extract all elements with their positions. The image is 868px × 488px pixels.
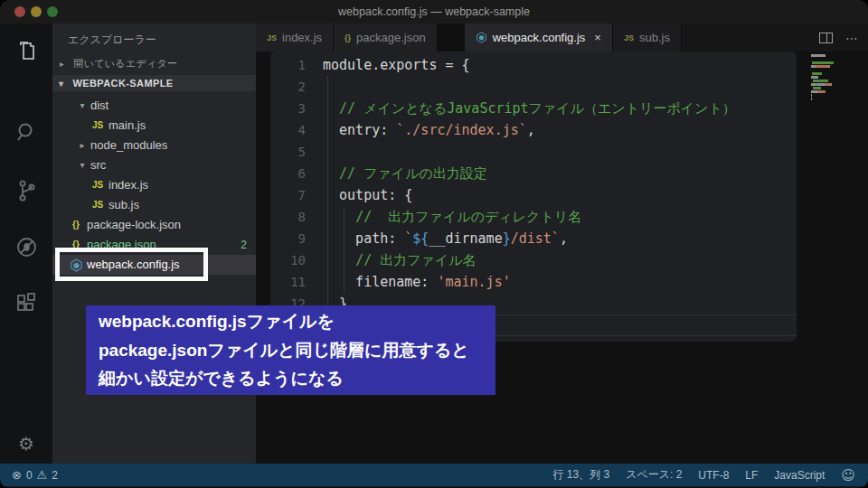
encoding-status[interactable]: UTF-8 [698,469,729,482]
js-file-icon: JS [267,33,277,42]
line-number: 10 [270,249,306,271]
code-line: 4 entry: `./src/index.js`, [270,119,797,141]
tree-item-node-modules[interactable]: ▸ node_modules [52,136,256,155]
chevron-right-icon: ▸ [60,59,71,69]
code-line: 7 output: { [270,184,797,206]
js-file-icon: JS [89,116,107,136]
code-editor[interactable]: 1module.exports = {23 // メインとなるJavaScrip… [270,52,797,342]
minimap[interactable] [811,54,851,101]
js-file-icon: JS [89,175,107,195]
code-line: 8 // 出力ファイルのディレクトリ名 [270,206,797,228]
cursor-position-status[interactable]: 行 13、列 3 [552,467,609,483]
tree-item-webpack-config-js[interactable]: webpack.config.js [52,255,256,275]
error-icon: ⊗ [12,468,22,482]
code-line: 3 // メインとなるJavaScriptファイル（エントリーポイント） [270,98,797,119]
webpack-file-icon [67,258,85,272]
feedback-smiley-icon[interactable]: ☺ [841,467,855,483]
source-control-icon[interactable] [13,177,40,204]
json-file-icon: {} [67,215,85,235]
file-tree: ▾ dist JS main.js ▸ node_modules ▾ src J… [52,96,256,275]
code-line: 6 // ファイルの出力設定 [270,163,797,184]
line-number: 3 [270,98,306,119]
search-icon[interactable] [13,118,40,145]
tutorial-callout: webpack.config.jsファイルを package.jsonファイルと… [86,305,495,395]
tree-item-sub-js[interactable]: JS sub.js [52,195,256,215]
title-bar: webpack.config.js — webpack-sample [0,0,868,23]
more-actions-icon[interactable]: ⋯ [845,31,859,45]
code-lines: 1module.exports = {23 // メインとなるJavaScrip… [270,52,797,342]
workspace-root-header[interactable]: ▾ WEBPACK-SAMPLE [52,75,256,91]
line-number: 7 [270,184,306,206]
screenshot: webpack.config.js — webpack-sample [0,0,868,488]
line-number: 11 [270,271,306,293]
activity-bar: ⚙ [0,23,52,465]
code-line: 5 [270,141,797,163]
tab-package-json[interactable]: {} package.json [334,23,438,52]
line-number: 2 [270,76,306,98]
tab-sub-js[interactable]: JS sub.js [613,23,682,52]
tree-item-package-lock-json[interactable]: {} package-lock.json [52,215,256,235]
warning-icon: ⚠ [37,468,48,482]
tree-item-dist[interactable]: ▾ dist [52,96,256,116]
line-number: 1 [270,54,306,76]
problems-status[interactable]: ⊗ 0 ⚠ 2 [12,468,58,482]
git-changes-badge: 2 [241,235,247,255]
chevron-down-icon: ▾ [76,155,89,175]
line-number: 4 [270,119,306,141]
language-mode-status[interactable]: JavaScript [774,469,825,482]
settings-gear-icon[interactable]: ⚙ [13,430,40,457]
line-number: 9 [270,228,306,249]
explorer-icon[interactable] [13,38,40,65]
js-file-icon: JS [89,195,107,215]
code-line: 2 [270,76,797,98]
json-file-icon: {} [344,33,351,42]
vscode-window: webpack.config.js — webpack-sample [0,0,868,488]
explorer-sidebar: エクスプローラー ▸ 開いているエディター ▾ WEBPACK-SAMPLE ▾… [52,23,256,465]
window-title: webpack.config.js — webpack-sample [0,0,868,23]
line-number: 5 [270,141,306,163]
error-count: 0 [26,469,33,482]
status-bar: ⊗ 0 ⚠ 2 行 13、列 3 スペース: 2 UTF-8 LF JavaSc… [0,464,868,486]
code-line: 10 // 出力ファイル名 [270,249,797,271]
warning-count: 2 [52,469,58,482]
indentation-status[interactable]: スペース: 2 [626,467,682,483]
tree-item-main-js[interactable]: JS main.js [52,116,256,136]
debug-icon[interactable] [13,233,40,260]
tab-bar: JS index.js {} package.json webpack.c [256,23,868,52]
sidebar-title: エクスプローラー [68,33,156,48]
tab-index-js[interactable]: JS index.js [256,23,334,52]
chevron-down-icon: ▾ [59,76,70,92]
code-line: 11 filename: 'main.js' [270,271,797,293]
tree-item-index-js[interactable]: JS index.js [52,175,256,195]
code-line: 9 path: `${__dirname}/dist`, [270,228,797,249]
json-file-icon: {} [67,235,85,255]
indent-guide [327,76,328,314]
js-file-icon: JS [624,33,634,42]
tree-item-package-json[interactable]: {} package.json 2 [52,235,256,255]
open-editors-section[interactable]: ▸ 開いているエディター [60,57,177,70]
indent-guide [344,206,344,293]
extensions-icon[interactable] [13,290,40,317]
editor-group: JS index.js {} package.json webpack.c [256,23,868,465]
chevron-down-icon: ▾ [76,96,89,116]
eol-status[interactable]: LF [745,469,758,482]
webpack-file-icon [476,32,487,43]
split-editor-icon[interactable] [819,33,833,43]
chevron-right-icon: ▸ [76,136,89,155]
line-number: 6 [270,163,306,184]
line-number: 8 [270,206,306,228]
code-line: 1module.exports = { [270,54,797,76]
close-tab-icon[interactable]: × [594,31,601,44]
tab-gap [438,23,465,52]
tab-webpack-config-js[interactable]: webpack.config.js × [465,23,613,52]
tree-item-src[interactable]: ▾ src [52,155,256,175]
